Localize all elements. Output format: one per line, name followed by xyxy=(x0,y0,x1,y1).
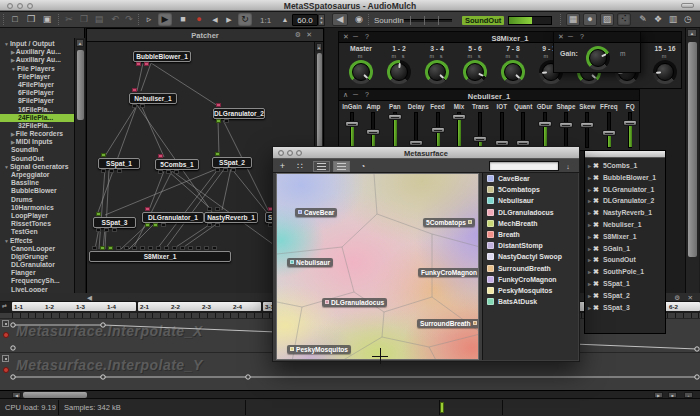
output-port[interactable] xyxy=(96,228,101,232)
param-slider[interactable] xyxy=(558,112,574,148)
list-view-icon[interactable] xyxy=(313,161,330,172)
sidebar-item-input-output[interactable]: ▼Input / Output xyxy=(0,40,74,48)
remove-icon[interactable]: ✖ xyxy=(593,256,599,263)
sidebar-item-4fileplayer[interactable]: 4FilePlayer xyxy=(0,81,74,89)
sidebar-item-soundout[interactable]: SoundOut xyxy=(0,155,74,163)
input-port[interactable] xyxy=(215,152,220,156)
contraption-row-sspat_2[interactable]: ▸✖SSpat_2 xyxy=(585,290,665,302)
patcher-node-nebuliser_1[interactable]: Nebuliser_1 xyxy=(129,93,177,104)
close-icon[interactable]: ✕ xyxy=(688,293,693,302)
close-icon[interactable]: ✕ xyxy=(558,33,564,41)
remove-icon[interactable]: ✖ xyxy=(593,280,599,287)
param-slider[interactable] xyxy=(387,112,403,148)
lane-y-record-dot[interactable] xyxy=(3,367,9,373)
patcher-node-bubbleblower_1[interactable]: BubbleBlower_1 xyxy=(133,51,191,62)
sidebar-item-fileplayer[interactable]: FilePlayer xyxy=(0,73,74,81)
horizontal-scrollbar[interactable]: ◀ ▶ ■ + xyxy=(0,390,700,398)
output-port[interactable] xyxy=(144,62,149,66)
patcher-node-sspat_1[interactable]: SSpat_1 xyxy=(98,158,140,169)
slider-handle[interactable] xyxy=(538,121,552,127)
swap-icon[interactable]: ⇄ xyxy=(2,302,7,311)
output-port[interactable] xyxy=(215,168,220,172)
soundout-label[interactable]: SoundOut xyxy=(462,16,504,25)
param-slider[interactable] xyxy=(365,112,381,148)
sidebar-item-24filepla-[interactable]: 24FilePla... xyxy=(0,114,74,122)
snapshot-item-peskymosquitos[interactable]: PeskyMosquitos xyxy=(483,285,578,296)
contraption-row-nastyreverb_1[interactable]: ▸✖NastyReverb_1 xyxy=(585,207,665,219)
output-port[interactable] xyxy=(166,170,171,174)
remove-icon[interactable]: ✖ xyxy=(593,292,599,299)
input-port[interactable] xyxy=(92,246,97,250)
snapshot-item-nebulisaur[interactable]: Nebulisaur xyxy=(483,195,578,206)
expand-triangle-icon[interactable]: ▸ xyxy=(588,163,591,169)
lane-y-enable-checkbox[interactable] xyxy=(2,355,9,362)
play-range-icon[interactable]: ▹ xyxy=(142,13,156,26)
metasurface-titlebar[interactable]: Metasurface xyxy=(273,147,579,159)
param-slider[interactable] xyxy=(430,112,446,148)
surface-label-peskymosquitos[interactable]: PeskyMosquitos xyxy=(287,345,351,354)
sidebar-item-dlgranulator[interactable]: DLGranulator xyxy=(0,261,74,269)
patcher-node-dlgranulator_1[interactable]: DLGranulator_1 xyxy=(142,212,204,223)
tempo-field[interactable]: 60.0 xyxy=(292,14,318,26)
surface-cursor-crosshair[interactable] xyxy=(372,348,388,364)
chevron-down-icon[interactable]: ▼ xyxy=(4,41,9,47)
channel-knob[interactable] xyxy=(463,60,487,84)
sidebar-item-16filepla-[interactable]: 16FilePla... xyxy=(0,106,74,114)
patcher-node-5combs_1[interactable]: 5Combs_1 xyxy=(155,159,199,170)
sidebar-item-signal-generators[interactable]: ▼Signal Generators xyxy=(0,163,74,171)
output-port[interactable] xyxy=(140,104,145,108)
play-button[interactable]: ▶ xyxy=(158,13,172,26)
snapshot-item-dlgranuladocus[interactable]: DLGranuladocus xyxy=(483,207,578,218)
save-file-icon[interactable]: ▣ xyxy=(40,13,54,26)
surface-label-5combatops[interactable]: 5Combatops xyxy=(423,218,475,227)
contraption-list-header[interactable] xyxy=(585,151,665,158)
sidebar-item-flanger[interactable]: Flanger xyxy=(0,269,74,277)
speaker-icon[interactable]: ◀ xyxy=(332,13,348,26)
mute-solo-buttons[interactable]: m xyxy=(647,53,683,60)
toolbar-toggle-widget[interactable] xyxy=(681,3,694,8)
input-port[interactable] xyxy=(96,212,101,216)
cut-icon[interactable]: ✂ xyxy=(62,13,76,26)
sidebar-item-effects[interactable]: ▼Effects xyxy=(0,237,74,245)
surface-label-nebulisaur[interactable]: Nebulisaur xyxy=(287,258,333,267)
patcher-node-nastyreverb_1[interactable]: NastyReverb_1 xyxy=(204,212,258,223)
remove-icon[interactable]: ✖ xyxy=(593,209,599,216)
patcher-node-dlgranulator_2[interactable]: DLGranulator_2 xyxy=(213,108,265,119)
expand-triangle-icon[interactable]: ▸ xyxy=(588,257,591,263)
input-port[interactable] xyxy=(108,246,113,250)
channel-knob[interactable] xyxy=(349,60,373,84)
add-snapshot-icon[interactable]: + xyxy=(276,161,289,172)
input-port[interactable] xyxy=(145,207,150,211)
remove-icon[interactable]: ✖ xyxy=(593,245,599,252)
output-port[interactable] xyxy=(215,223,220,227)
slider-handle[interactable] xyxy=(345,121,359,127)
expand-triangle-icon[interactable]: ▸ xyxy=(588,305,591,311)
sidebar-item-10harmonics[interactable]: 10Harmonics xyxy=(0,204,74,212)
metronome-icon[interactable]: ▲ xyxy=(278,13,292,26)
gain-knob-control[interactable] xyxy=(586,46,610,70)
contraption-row-sspat_1[interactable]: ▸✖SSpat_1 xyxy=(585,278,665,290)
scroll-up-icon[interactable]: ▲ xyxy=(687,29,697,37)
input-port[interactable] xyxy=(140,246,145,250)
remove-icon[interactable]: ✖ xyxy=(593,233,599,240)
scroll-up-icon[interactable]: ▲ xyxy=(316,43,322,51)
output-port[interactable] xyxy=(231,168,236,172)
sidebar-item-testgen[interactable]: TestGen xyxy=(0,228,74,236)
ruler-bar-segment[interactable] xyxy=(12,302,136,311)
remove-icon[interactable]: ✖ xyxy=(593,186,599,193)
sidebar-item-midi-inputs[interactable]: ▶MIDI Inputs xyxy=(0,138,74,146)
input-port[interactable] xyxy=(215,207,220,211)
new-file-icon[interactable]: □ xyxy=(8,13,22,26)
expand-triangle-icon[interactable]: ▸ xyxy=(588,198,591,204)
snapshot-item-mechbreath[interactable]: MechBreath xyxy=(483,218,578,229)
output-port[interactable] xyxy=(145,223,150,227)
history-clock-icon[interactable]: ◔ xyxy=(357,161,369,172)
sidebar-item-file-recorders[interactable]: ▶File Recorders xyxy=(0,130,74,138)
paste-icon[interactable]: ▤ xyxy=(92,13,106,26)
channel-knob[interactable] xyxy=(501,60,525,84)
param-slider[interactable] xyxy=(601,112,617,148)
sidebar-item-file-players[interactable]: ▼File Players xyxy=(0,65,74,73)
slider-handle[interactable] xyxy=(388,114,402,120)
sidebar-item-drums[interactable]: Drums xyxy=(0,196,74,204)
param-slider[interactable] xyxy=(408,112,424,148)
